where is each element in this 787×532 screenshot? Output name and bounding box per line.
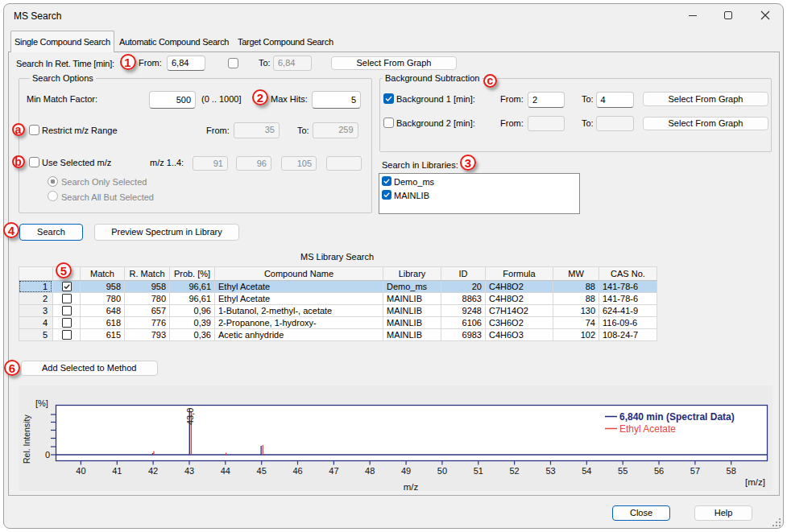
svg-text:m/z: m/z	[404, 482, 419, 492]
svg-text:45: 45	[257, 466, 267, 476]
svg-text:41: 41	[112, 466, 122, 476]
svg-text:51: 51	[474, 466, 483, 476]
svg-text:43: 43	[184, 466, 194, 476]
svg-text:52: 52	[509, 466, 519, 476]
svg-text:47: 47	[329, 466, 338, 476]
svg-text:6,840 min (Spectral Data): 6,840 min (Spectral Data)	[619, 411, 735, 423]
svg-text:Ethyl Acetate: Ethyl Acetate	[619, 423, 676, 435]
svg-text:42: 42	[148, 466, 158, 476]
svg-text:40: 40	[76, 466, 85, 476]
svg-text:48: 48	[365, 466, 375, 476]
svg-text:50: 50	[437, 466, 447, 476]
svg-text:57: 57	[690, 466, 700, 476]
svg-text:56: 56	[654, 466, 664, 476]
svg-text:55: 55	[618, 466, 628, 476]
svg-text:44: 44	[221, 466, 230, 476]
svg-text:0: 0	[45, 450, 50, 460]
svg-text:[%]: [%]	[35, 398, 48, 408]
svg-text:[m/z]: [m/z]	[745, 477, 765, 487]
svg-text:Rel. Intensity: Rel. Intensity	[22, 414, 31, 464]
svg-text:58: 58	[727, 466, 736, 476]
svg-text:53: 53	[545, 466, 555, 476]
svg-text:49: 49	[401, 466, 411, 476]
svg-text:54: 54	[582, 466, 591, 476]
svg-text:46: 46	[292, 466, 302, 476]
svg-text:43,0: 43,0	[185, 408, 195, 425]
